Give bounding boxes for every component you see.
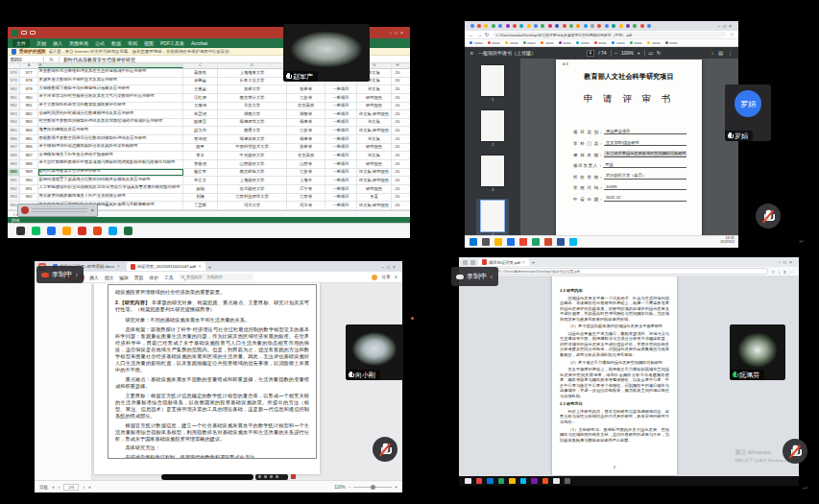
taskbar-icon[interactable] bbox=[465, 478, 471, 485]
download-icon[interactable]: ↓ bbox=[711, 50, 714, 56]
vertical-tabs-icon[interactable] bbox=[470, 260, 475, 265]
system-tray[interactable]: 14:31 2023/5/2 bbox=[720, 236, 735, 245]
ribbon-tab[interactable]: PDF工具集 bbox=[160, 40, 184, 46]
bookmark-item[interactable] bbox=[665, 41, 679, 44]
first-page-icon[interactable]: « bbox=[52, 485, 55, 490]
page-number-input[interactable]: 4 bbox=[587, 50, 595, 57]
browser-tab-favicon[interactable] bbox=[612, 24, 615, 28]
browser-tab-favicon[interactable] bbox=[597, 24, 601, 28]
table-row[interactable]: 982981基于大数据和机器学习的教育双减政策评估研究王耀琨北京大学在京高校一般… bbox=[8, 103, 410, 111]
ribbon-tab[interactable]: Acrobat bbox=[191, 40, 207, 46]
ribbon-tab[interactable]: 公式 bbox=[95, 40, 105, 46]
bookmark-item[interactable] bbox=[630, 41, 643, 44]
bookmark-item[interactable] bbox=[541, 41, 554, 44]
window-controls[interactable]: –□× bbox=[778, 259, 795, 265]
browser-tab-favicon[interactable] bbox=[527, 24, 531, 28]
chevron-down-icon[interactable]: ∨ bbox=[490, 274, 494, 279]
taskbar-icon[interactable] bbox=[487, 478, 494, 485]
page-indicator[interactable]: 2/5 bbox=[63, 484, 79, 491]
bookmark-item[interactable] bbox=[594, 41, 608, 44]
menu-item[interactable]: 批注 bbox=[105, 275, 114, 280]
taskbar-icon[interactable] bbox=[553, 478, 560, 485]
bookmark-item[interactable] bbox=[505, 41, 518, 44]
page-thumbnail[interactable]: 4 bbox=[476, 199, 509, 235]
table-row[interactable]: 988987全局模型视角下的复杂分层经济预测研究李丰中央财经大学在京高校一般项目… bbox=[8, 152, 410, 160]
browser-tab-favicon[interactable] bbox=[555, 24, 559, 28]
taskbar-icon[interactable] bbox=[494, 238, 502, 246]
browser-tab-favicon[interactable] bbox=[647, 24, 651, 28]
table-row[interactable]: 992991人工智能驱动的职业流动模拟及2035年劳动力市场高质量发展的模拟预估… bbox=[8, 185, 410, 194]
table-row[interactable]: 989988基于贝叶斯随机森林的中国县域减污降碳协同增效影响机制与政策优化研究李… bbox=[8, 160, 410, 169]
close-tab-icon[interactable]: × bbox=[199, 264, 202, 269]
downloads-icon[interactable]: ↓ bbox=[779, 269, 782, 275]
page-thumbnail[interactable]: 1 bbox=[476, 63, 509, 104]
taskbar-icon[interactable] bbox=[565, 478, 571, 485]
taskbar-icon[interactable] bbox=[124, 227, 132, 235]
taskbar-icon[interactable] bbox=[476, 478, 483, 485]
formula-input[interactable]: 新时代高等教育学生增值评价研究 bbox=[60, 57, 135, 62]
taskbar-icon[interactable] bbox=[532, 238, 540, 246]
collections-icon[interactable]: ≡ bbox=[783, 269, 786, 275]
zoom-slider[interactable] bbox=[353, 487, 392, 488]
close-icon[interactable]: × bbox=[90, 207, 94, 213]
browser-tab-favicon[interactable] bbox=[498, 24, 502, 28]
back-icon[interactable]: ← bbox=[469, 32, 474, 37]
menu-icon[interactable]: ≡ bbox=[470, 50, 473, 56]
taskbar-icon[interactable] bbox=[32, 227, 40, 235]
taskbar-icon[interactable] bbox=[531, 478, 538, 485]
next-page-icon[interactable]: › bbox=[83, 485, 84, 490]
save-icon[interactable] bbox=[21, 31, 27, 35]
bookmark-item[interactable] bbox=[576, 41, 590, 44]
table-row[interactable]: 990989新时代高等教育学生增值评价研究杨立军南京邮电大学江苏省一般项目论文集… bbox=[8, 169, 410, 178]
browser-tab-favicon[interactable] bbox=[569, 24, 573, 28]
zoom-in-icon[interactable]: + bbox=[395, 485, 397, 490]
table-row[interactable]: 985984海量回归建模及其应用研究赵为华南通大学江苏省一般项目论文集,研究报告… bbox=[8, 127, 410, 135]
search-input[interactable] bbox=[186, 275, 244, 279]
taskbar-icon[interactable] bbox=[470, 238, 477, 246]
browser-tab-favicon[interactable] bbox=[605, 24, 609, 28]
table-row[interactable]: 986985面板数据半参数空间滞后分位数回归模型的理论及应用研究李坤明福建农林大… bbox=[8, 135, 410, 144]
table-row[interactable]: 991990新冠疫情背景下超高维分位数回归结构变点模型及其应用研究张立文上海财经… bbox=[8, 177, 410, 185]
close-tab-icon[interactable]: × bbox=[117, 264, 120, 269]
ribbon-tab[interactable]: 数据 bbox=[111, 40, 121, 46]
taskbar-icon[interactable] bbox=[507, 238, 515, 246]
ribbon-tab[interactable]: 开始 bbox=[36, 40, 46, 46]
prev-page-icon[interactable]: ‹ bbox=[59, 485, 60, 490]
reload-icon[interactable]: ↻ bbox=[485, 32, 490, 37]
taskbar-icon[interactable] bbox=[93, 227, 102, 235]
taskbar-icon[interactable] bbox=[542, 478, 549, 485]
bookmark-item[interactable] bbox=[470, 41, 483, 44]
column-header[interactable]: A bbox=[20, 63, 38, 68]
taskbar-icon[interactable] bbox=[16, 227, 25, 235]
close-tab-icon[interactable]: × bbox=[522, 260, 525, 265]
table-row[interactable]: 980979大规模数据下模型平均的稳健统计推断及应用研究王星惠安徽大学安徽省一般… bbox=[8, 85, 410, 94]
browser-tab-favicon[interactable] bbox=[576, 24, 580, 28]
table-row[interactable]: 981980基于深度学习的时空极值分析及其在大气污染数据中的应用研究汪红霞南京审… bbox=[8, 94, 410, 103]
bookmark-item[interactable] bbox=[559, 41, 572, 44]
ribbon-tab[interactable]: 页面布局 bbox=[69, 40, 88, 46]
table-row[interactable]: 983982金融时间序列的时频域分位数建模理论及其应用研究朱慧明湖南大学湖南省一… bbox=[8, 110, 410, 119]
taskbar-icon[interactable] bbox=[557, 238, 565, 246]
bookmark-item[interactable] bbox=[523, 41, 537, 44]
bookmark-item[interactable] bbox=[612, 41, 625, 44]
taskbar-icon[interactable] bbox=[482, 238, 490, 246]
browser-tab-favicon[interactable] bbox=[534, 24, 538, 28]
browser-tab-favicon[interactable] bbox=[548, 24, 552, 28]
nav-panel-toggle[interactable]: 导航 bbox=[39, 485, 48, 490]
cell-name-box[interactable]: B990 bbox=[8, 57, 44, 62]
zoom-out-icon[interactable]: − bbox=[614, 50, 617, 56]
column-header[interactable]: C bbox=[183, 63, 218, 68]
browser-tab-favicon[interactable] bbox=[519, 24, 523, 28]
search-box[interactable] bbox=[179, 274, 253, 280]
menu-item[interactable]: 插入 bbox=[89, 275, 99, 280]
new-tab-icon[interactable]: + bbox=[208, 264, 212, 270]
print-icon[interactable]: ▤ bbox=[718, 50, 723, 56]
window-controls[interactable]: –□× bbox=[717, 23, 735, 29]
browser-tab-favicon[interactable] bbox=[640, 24, 644, 28]
collapse-chevron-icon[interactable]: ∨ bbox=[395, 275, 397, 279]
table-row[interactable]: 987986基于模糊理论的动态网络风险分析及风险传染机制研究陈昱中国科学技术大学… bbox=[8, 144, 410, 153]
bookmark-star-icon[interactable]: ☆ bbox=[730, 32, 735, 37]
taskbar-icon[interactable] bbox=[62, 227, 71, 235]
taskbar-icon[interactable] bbox=[47, 227, 56, 235]
ribbon-tab[interactable]: 文件 bbox=[12, 39, 30, 47]
